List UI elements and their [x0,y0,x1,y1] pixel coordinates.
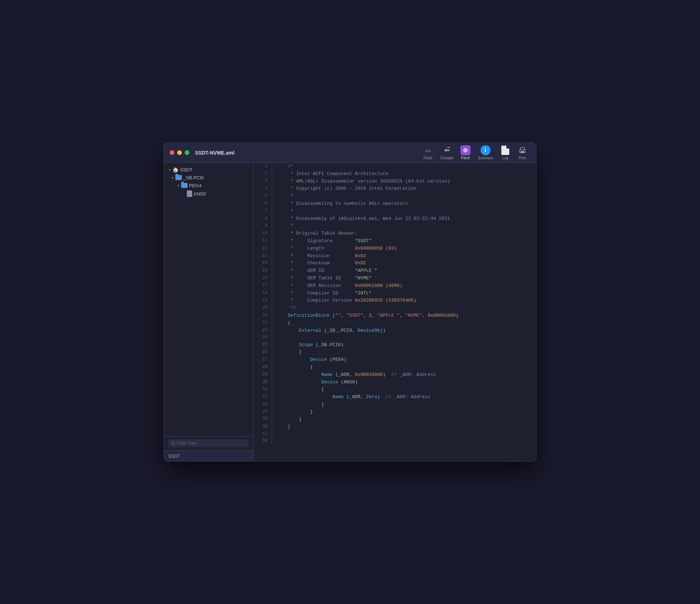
sidebar-tree: ▾ 🏠 SSDT ▾ _SB.PCI0 ▾ PEG4 [164,163,253,436]
minimize-button[interactable] [177,150,182,155]
code-line-27: 27 Device (PEG4) [254,356,536,364]
patch-button[interactable]: Patch [458,144,473,161]
titlebar: SSDT-NVME.aml Aa Fonts Co [164,143,536,163]
page-icon [501,146,509,155]
home-icon: 🏠 [172,167,179,173]
main-area: ▾ 🏠 SSDT ▾ _SB.PCI0 ▾ PEG4 [164,163,536,461]
fonts-button[interactable]: Aa Fonts [420,144,436,161]
code-line-36: 36 } [254,423,536,431]
code-line-14: 14 * Checksum 0xDC [254,260,536,267]
code-line-8: 8 * Disassembly of iASLplvknX.aml, Wed J… [254,215,536,223]
code-line-9: 9 * [254,222,536,230]
code-line-29: 29 Name (_ADR, 0x00010006) // _ADR: Addr… [254,371,536,379]
code-line-37: 37 [254,431,536,438]
code-line-15: 15 * OEM ID "APPLE " [254,267,536,275]
code-line-7: 7 * [254,208,536,215]
folder-icon-sb-pci0 [175,175,182,180]
main-window: SSDT-NVME.aml Aa Fonts Co [164,142,536,462]
print-label: Print [519,156,526,160]
sidebar-footer: SSDT [164,450,253,461]
code-line-18: 18 * Compiler ID "INTL" [254,290,536,297]
svg-text:Aa: Aa [425,148,430,153]
code-table: 1 /* 2 * Intel ACPI Component Architectu… [254,163,536,444]
code-line-12: 12 * Length 0x0000005D (93) [254,245,536,253]
summary-icon: i [481,145,491,155]
code-line-5: 5 * [254,193,536,200]
code-line-21: 21 DefinitionBlock ("", "SSDT", 2, "APPL… [254,312,536,320]
sidebar-footer-text: SSDT [168,454,180,459]
summary-circle: i [481,145,491,155]
window-title: SSDT-NVME.aml [195,150,235,156]
log-button[interactable]: Log [497,144,513,161]
sidebar: ▾ 🏠 SSDT ▾ _SB.PCI0 ▾ PEG4 [164,163,254,461]
chevron-ssdt: ▾ [167,167,172,173]
code-line-3: 3 * AML/ASL+ Disassembler version 202009… [254,178,536,185]
log-label: Log [502,156,509,160]
chevron-peg4: ▾ [175,183,181,188]
svg-point-8 [171,442,174,444]
code-line-11: 11 * Signature "SSDT" [254,237,536,245]
compile-icon [442,145,452,155]
code-editor[interactable]: 1 /* 2 * Intel ACPI Component Architectu… [254,163,536,461]
code-line-1: 1 /* [254,163,536,170]
summary-label: Summary [478,156,493,160]
code-line-31: 31 { [254,386,536,393]
code-line-2: 2 * Intel ACPI Component Architecture [254,170,536,178]
ans0-label: ANS0 [194,191,206,197]
code-line-22: 22 { [254,320,536,327]
sidebar-filter [164,436,253,450]
compile-label: Compile [440,156,454,160]
search-icon [171,441,175,445]
sidebar-item-sb-pci0[interactable]: ▾ _SB.PCI0 [164,174,253,181]
sb-pci0-label: _SB.PCI0 [183,175,204,180]
compile-button[interactable]: Compile [438,144,457,161]
log-icon [500,145,510,155]
ssdt-label: SSDT [180,167,193,173]
patch-label: Patch [461,156,470,160]
code-line-28: 28 { [254,364,536,371]
file-icon-ans0 [187,190,192,197]
peg4-label: PEG4 [189,183,202,188]
code-line-35: 35 } [254,416,536,423]
folder-icon-peg4 [181,183,188,188]
code-line-33: 33 } [254,401,536,409]
sidebar-item-peg4[interactable]: ▾ PEG4 [164,181,253,189]
fonts-label: Fonts [424,156,432,160]
line-content: /* [285,163,536,170]
filter-input[interactable] [177,441,246,446]
svg-rect-6 [521,147,524,150]
code-line-6: 6 * Disassembling to symbolic ASL+ opera… [254,200,536,208]
svg-rect-7 [521,151,524,153]
code-line-4: 4 * Copyright (c) 2000 – 2020 Intel Corp… [254,185,536,193]
print-button[interactable]: Print [515,144,530,161]
line-number: 1 [254,163,272,170]
code-line-23: 23 External (_SB_.PCI0, DeviceObj) [254,327,536,335]
code-line-20: 20 */ [254,305,536,312]
traffic-lights [170,150,189,155]
toolbar: Aa Fonts Compile [420,144,530,161]
summary-button[interactable]: i Summary [475,144,496,161]
svg-line-9 [174,444,175,445]
code-line-30: 30 Device (ANS0) [254,379,536,386]
fonts-icon: Aa [423,145,433,155]
code-line-10: 10 * Original Table Header: [254,230,536,237]
maximize-button[interactable] [185,150,189,155]
code-line-17: 17 * OEM Revision 0x00001000 (4096) [254,282,536,290]
code-line-19: 19 * Compiler Version 0x20200925 (538970… [254,297,536,305]
close-button[interactable] [170,150,174,155]
code-line-34: 34 } [254,409,536,416]
code-line-25: 25 Scope (_SB.PCI0) [254,341,536,349]
code-line-13: 13 * Revision 0x02 [254,253,536,260]
sidebar-item-ssdt[interactable]: ▾ 🏠 SSDT [164,166,253,174]
sidebar-item-ans0[interactable]: ANS0 [164,189,253,198]
chevron-sb-pci0: ▾ [170,175,175,180]
code-line-32: 32 Name (_ADR, Zero) // _ADR: Address [254,393,536,401]
filter-input-wrap [168,439,249,447]
print-icon [517,145,528,155]
code-line-38: 38 [254,438,536,444]
patch-icon [460,145,470,155]
code-line-24: 24 [254,334,536,341]
code-line-16: 16 * OEM Table ID "NVME" [254,275,536,282]
code-line-26: 26 { [254,349,536,356]
